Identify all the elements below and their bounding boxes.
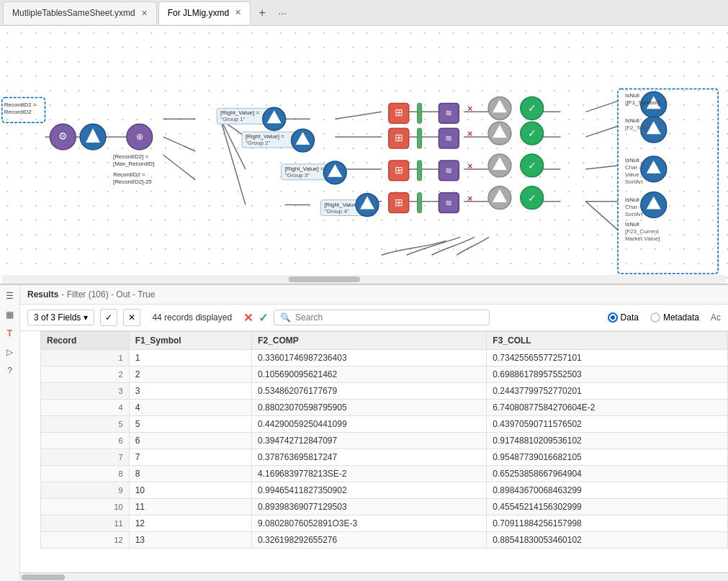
clear-button[interactable]: ✕ — [243, 311, 253, 325]
cell-f3: 0.24437799752770201 — [487, 383, 728, 400]
cell-f2: 4.1696839778213SE-2 — [252, 466, 487, 482]
svg-rect-75 — [418, 161, 422, 181]
table-row: 2 2 0.105690095621462 0.6988617895755250… — [41, 366, 728, 383]
cell-f2: 0.88023070598795905 — [252, 400, 487, 416]
cell-f1: 11 — [129, 499, 251, 515]
table-row: 12 13 0.326198292655276 0.88541830053460… — [41, 532, 728, 549]
sidebar-t-icon[interactable]: T — [2, 325, 18, 341]
cell-record: 9 — [41, 482, 130, 499]
svg-text:[Right_Value] =: [Right_Value] = — [285, 166, 324, 172]
cell-f2: 0.105690095621462 — [252, 366, 487, 383]
svg-text:RecordID2 =: RecordID2 = — [4, 102, 37, 108]
svg-text:[F23_Current: [F23_Current — [625, 228, 660, 235]
svg-text:IsNull: IsNull — [625, 157, 639, 163]
results-title: Results — [27, 289, 58, 299]
data-table: Record F1_Symbol F2_COMP F3_COLL 1 1 0.3… — [40, 331, 728, 549]
cell-record: 4 — [41, 400, 130, 416]
metadata-radio-label: Metadata — [663, 312, 699, 323]
cell-f1: 12 — [129, 515, 251, 532]
col-f2: F2_COMP — [252, 332, 487, 350]
svg-text:"Group 4": "Group 4" — [324, 208, 349, 215]
scrollbar-thumb[interactable] — [22, 575, 65, 580]
cell-f1: 10 — [129, 482, 251, 499]
svg-text:⚙: ⚙ — [58, 130, 68, 142]
metadata-radio-option[interactable]: Metadata — [650, 312, 699, 323]
cell-f2: 0.89398369077129503 — [252, 499, 487, 515]
svg-text:Char –: Char – — [625, 204, 642, 210]
records-count-label: 44 records displayed — [152, 312, 232, 323]
svg-line-31 — [585, 166, 618, 169]
cell-record: 3 — [41, 383, 130, 400]
svg-text:"Group 3": "Group 3" — [285, 172, 310, 179]
table-row: 3 3 0.534862076177679 0.2443779975277020… — [41, 383, 728, 400]
cell-f1: 13 — [129, 532, 251, 549]
svg-line-4 — [163, 155, 196, 180]
svg-text:×: × — [467, 104, 472, 114]
cell-record: 12 — [41, 532, 130, 549]
tab-add-button[interactable]: + — [252, 3, 272, 23]
data-table-container[interactable]: Record F1_Symbol F2_COMP F3_COLL 1 1 0.3… — [40, 331, 728, 572]
col-record: Record — [41, 332, 130, 350]
tab-mutliple[interactable]: MutlipleTablesSameSheet.yxmd ✕ — [3, 1, 157, 24]
data-radio-label: Data — [621, 312, 639, 323]
data-radio-option[interactable]: Data — [608, 312, 639, 323]
check-fields-button[interactable]: ✓ — [100, 309, 117, 326]
fields-dropdown[interactable]: 3 of 3 Fields ▾ — [27, 310, 94, 325]
cell-record: 6 — [41, 433, 130, 449]
view-mode-radio-group: Data Metadata — [608, 312, 699, 323]
cell-record: 1 — [41, 350, 130, 366]
workflow-canvas[interactable]: RecordID2 = RecordID2 ⚙ [RecordID2] = [M… — [0, 26, 728, 284]
results-toolbar: 3 of 3 Fields ▾ ✓ ✕ 44 records displayed… — [20, 305, 728, 331]
cell-record: 8 — [41, 466, 130, 482]
ac-label: Ac — [711, 312, 721, 323]
sidebar-table-icon[interactable]: ▦ — [2, 307, 18, 323]
svg-text:≋: ≋ — [445, 166, 452, 176]
svg-text:⊕: ⊕ — [136, 132, 143, 142]
svg-text:⊞: ⊞ — [395, 197, 403, 208]
x-fields-button[interactable]: ✕ — [123, 309, 140, 326]
cell-record: 11 — [41, 515, 130, 532]
svg-text:"Group 1": "Group 1" — [220, 116, 245, 122]
sidebar-list-icon[interactable]: ☰ — [2, 288, 18, 304]
svg-text:RecordID2: RecordID2 — [4, 109, 32, 115]
cell-f2: 9.08028076052891O3E-3 — [252, 515, 487, 532]
tab-jlmig-label: For JLMig.yxmd — [168, 8, 229, 18]
cell-f3: 0.69886178957552503 — [487, 366, 728, 383]
svg-text:⊞: ⊞ — [395, 132, 403, 143]
svg-rect-72 — [418, 128, 422, 148]
table-row: 4 4 0.88023070598795905 6.74080877584270… — [41, 400, 728, 416]
svg-text:Value: Value — [625, 171, 639, 178]
tab-jlmig[interactable]: For JLMig.yxmd ✕ — [158, 1, 251, 24]
confirm-button[interactable]: ✓ — [259, 311, 268, 325]
svg-text:Char –: Char – — [625, 164, 642, 171]
svg-text:≋: ≋ — [445, 133, 452, 143]
tab-jlmig-close[interactable]: ✕ — [235, 8, 241, 17]
tab-bar: MutlipleTablesSameSheet.yxmd ✕ For JLMig… — [0, 0, 728, 26]
cell-record: 10 — [41, 499, 130, 515]
chevron-down-icon: ▾ — [84, 312, 88, 323]
sidebar-help-icon[interactable]: ? — [2, 363, 18, 379]
cell-f3: 0.73425565577257101 — [487, 350, 728, 366]
cell-f3: 0.70911884256157998 — [487, 515, 728, 532]
search-input[interactable] — [295, 312, 483, 323]
horizontal-scrollbar[interactable] — [20, 572, 728, 581]
svg-text:[RecordID2] =: [RecordID2] = — [113, 153, 149, 160]
svg-text:[RecordID2]-25: [RecordID2]-25 — [113, 179, 152, 185]
cell-f2: 0.326198292655276 — [252, 532, 487, 549]
col-f3: F3_COLL — [487, 332, 728, 350]
cell-f3: 0.43970590711576502 — [487, 416, 728, 433]
search-box[interactable]: 🔍 — [274, 310, 490, 325]
svg-text:IsNull: IsNull — [625, 117, 639, 124]
search-icon: 🔍 — [280, 312, 291, 323]
svg-text:SortArt: SortArt — [625, 179, 643, 185]
table-row: 11 12 9.08028076052891O3E-3 0.7091188425… — [41, 515, 728, 532]
cell-record: 7 — [41, 449, 130, 466]
table-row: 7 7 0.378763695817247 0.9548773901668210… — [41, 449, 728, 466]
svg-text:IsNull: IsNull — [625, 92, 639, 99]
svg-rect-131 — [289, 276, 360, 282]
fields-label: 3 of 3 Fields — [34, 312, 81, 323]
tab-mutliple-close[interactable]: ✕ — [141, 9, 148, 18]
tab-more-button[interactable]: ··· — [272, 3, 292, 23]
sidebar-filter-icon[interactable]: ▷ — [2, 344, 18, 360]
svg-text:⊞: ⊞ — [395, 164, 403, 176]
